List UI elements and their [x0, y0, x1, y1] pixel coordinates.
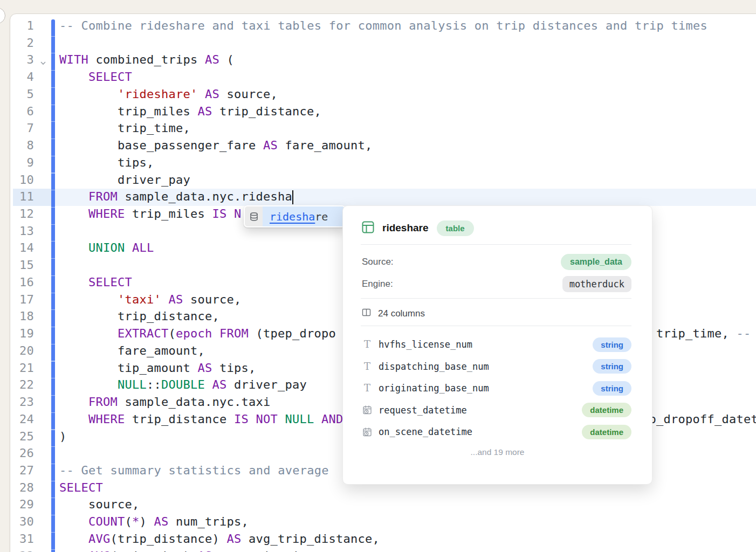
line-number: 21: [3, 361, 34, 375]
column-type-badge: string: [593, 381, 631, 396]
code-token: (trip_time): [111, 549, 191, 552]
code-token: --: [737, 327, 751, 340]
line-number: 30: [3, 515, 34, 528]
code-line[interactable]: 29source,: [0, 496, 756, 514]
code-token: DOUBLE: [161, 378, 205, 391]
autocomplete-item-rideshare[interactable]: rideshare: [263, 206, 345, 226]
code-token: IS: [212, 207, 227, 220]
code-token: driver_pay: [234, 378, 307, 391]
code-token: AS: [205, 87, 219, 101]
code-token: 'taxi': [118, 293, 161, 306]
code-token: fare_amount,: [118, 344, 205, 357]
engine-row: Engine: motherduck: [362, 273, 631, 295]
column-type-badge: string: [593, 337, 631, 352]
line-number: 24: [3, 412, 34, 426]
column-row: Tdispatching_base_numstring: [362, 356, 631, 377]
code-token: avg_trip_distance,: [249, 532, 380, 546]
code-token: (: [125, 515, 133, 528]
chevron-down-icon[interactable]: [39, 57, 49, 66]
code-token: -- Combine rideshare and taxi tables for…: [59, 19, 707, 32]
code-line[interactable]: 7trip_time,: [0, 120, 756, 137]
code-line[interactable]: 6trip_milesAStrip_distance,: [0, 104, 756, 121]
code-line[interactable]: 1-- Combine rideshare and taxi tables fo…: [0, 18, 756, 35]
table-name: rideshare: [382, 222, 429, 234]
code-token: AND: [321, 412, 343, 426]
line-number: 23: [3, 395, 34, 409]
code-line[interactable]: 3WITHcombined_tripsAS(: [0, 52, 756, 69]
line-number: 28: [3, 481, 34, 494]
source-badge: sample_data: [561, 254, 631, 270]
code-line[interactable]: 2: [0, 35, 756, 52]
column-name: dispatching_base_num: [379, 361, 489, 372]
database-icon: [245, 206, 263, 226]
engine-label: Engine:: [362, 279, 393, 289]
code-token: EXTRACT: [118, 327, 169, 340]
line-number: 26: [3, 446, 34, 460]
code-line[interactable]: 11FROMsample_data.nyc.ridesha: [0, 189, 756, 206]
code-token: 'rideshare': [118, 87, 198, 101]
code-line[interactable]: 31AVG(trip_distance)ASavg_trip_distance,: [0, 531, 756, 548]
column-type-badge: datetime: [582, 403, 631, 417]
line-number: 22: [3, 378, 34, 391]
code-token: AVG: [88, 532, 111, 546]
code-token: (tpep_dropo: [256, 327, 336, 340]
code-token: AS: [198, 361, 212, 375]
text-cursor: [292, 190, 293, 204]
line-number: 19: [3, 327, 34, 340]
code-token: FROM: [88, 395, 118, 409]
code-token: AS: [205, 53, 219, 66]
source-row: Source: sample_data: [362, 251, 631, 273]
autocomplete-rest-text: re: [315, 210, 328, 223]
code-token: ): [59, 430, 67, 443]
line-number: 20: [3, 344, 34, 357]
code-token: AS: [154, 515, 169, 528]
code-line[interactable]: 8base_passenger_fareASfare_amount,: [0, 137, 756, 155]
line-number: 17: [3, 293, 34, 306]
column-name: hvfhs_license_num: [379, 339, 472, 350]
column-name: originating_base_num: [379, 383, 489, 394]
line-number: 16: [3, 275, 34, 289]
code-token: ::: [147, 378, 161, 391]
code-token: SELECT: [88, 70, 132, 84]
line-number: 32: [3, 549, 34, 552]
code-line[interactable]: 5'rideshare'ASsource,: [0, 86, 756, 104]
code-token: AS: [263, 139, 278, 152]
more-columns-label: ...and 19 more: [343, 447, 652, 457]
table-info-header: rideshare table: [362, 219, 474, 237]
table-info-panel: rideshare table Source: sample_data Engi…: [342, 205, 652, 485]
code-token: AS: [227, 532, 242, 546]
line-number: 6: [3, 105, 34, 118]
code-token: p_dropoff_datet: [649, 412, 756, 426]
code-token: combined_trips: [96, 53, 198, 66]
code-token: trip_distance: [132, 412, 227, 426]
code-token: fare_amount,: [285, 139, 373, 152]
divider: [361, 244, 631, 245]
code-line[interactable]: 9tips,: [0, 155, 756, 172]
code-line[interactable]: 10driver_pay: [0, 172, 756, 189]
code-line[interactable]: 30COUNT(*)ASnum_trips,: [0, 514, 756, 531]
code-token: *: [132, 515, 140, 528]
code-token: tips,: [118, 156, 154, 169]
code-line[interactable]: 4SELECT: [0, 69, 756, 86]
columns-count-label: 24 columns: [378, 308, 425, 319]
calendar-clock-icon: [362, 405, 373, 415]
text-icon: T: [362, 340, 373, 349]
column-row: Toriginating_base_numstring: [362, 377, 631, 399]
code-token: NULL: [118, 378, 147, 391]
code-token: source,: [227, 87, 278, 101]
code-token: ALL: [132, 241, 154, 254]
code-line[interactable]: 32AVG(trip_time)ASavg_trip_time,: [0, 548, 756, 552]
line-number: 12: [3, 207, 34, 220]
line-number: 10: [3, 173, 34, 187]
line-number: 4: [3, 70, 34, 84]
code-token: IS: [234, 412, 249, 426]
code-token: sample_data.nyc.taxi: [125, 395, 271, 409]
code-token: driver_pay: [118, 173, 190, 187]
code-token: NULL: [285, 412, 314, 426]
columns-count-row: 24 columns: [362, 304, 425, 323]
table-icon: [362, 221, 374, 236]
code-token: FROM: [219, 327, 249, 340]
engine-badge: motherduck: [562, 276, 631, 292]
column-name: request_datetime: [379, 405, 467, 416]
autocomplete-popup: rideshare: [244, 205, 346, 227]
